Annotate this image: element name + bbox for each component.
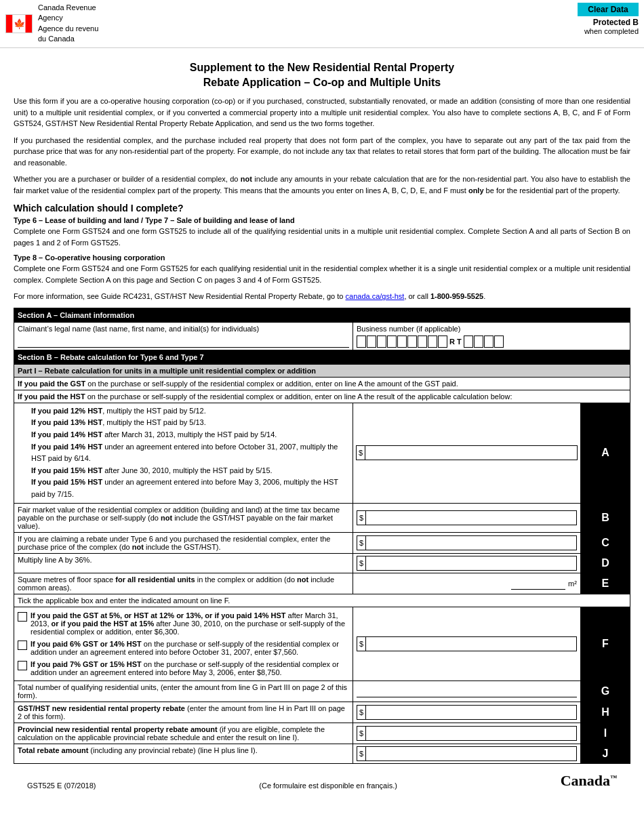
protected-area: Protected B when completed	[584, 18, 639, 35]
part-i-header-row: Part I – Rebate calculation for units in…	[14, 364, 630, 377]
tick-box-instruction-row: Tick the applicable box and enter the in…	[14, 594, 630, 607]
hst-paid-cell: If you paid the HST on the purchase or s…	[14, 390, 630, 403]
protected-sub: when completed	[584, 27, 639, 35]
line-h-letter-cell: H	[580, 702, 630, 723]
hst-item-3: If you paid 14% HST after March 31, 2013…	[31, 429, 349, 441]
bn-box-10[interactable]	[464, 336, 473, 348]
svg-rect-0	[6, 15, 13, 33]
hst-items-row: If you paid 12% HST, multiply the HST pa…	[14, 403, 630, 503]
line-j-label-cell: Total rebate amount (including any provi…	[14, 744, 353, 763]
line-b-input[interactable]	[365, 511, 576, 525]
line-a-input[interactable]	[365, 446, 577, 460]
claimant-name-input[interactable]	[18, 336, 349, 348]
logo-area: 🍁 Canada Revenue Agency Agence du revenu…	[5, 3, 98, 45]
line-g-letter: G	[601, 685, 609, 697]
bn-box-4[interactable]	[387, 336, 397, 348]
line-a-letter: A	[601, 447, 609, 458]
checkbox-1[interactable]	[18, 612, 27, 622]
agency-en-line1: Canada Revenue	[38, 3, 98, 13]
bn-box-6[interactable]	[407, 336, 417, 348]
bn-box-3[interactable]	[377, 336, 386, 348]
line-i-input[interactable]	[365, 727, 576, 740]
agency-fr-line2: du Canada	[38, 34, 98, 44]
line-a-input-wrap: $	[356, 445, 578, 460]
checkbox-3-text: If you paid 7% GST or 15% HST on the pur…	[31, 660, 349, 676]
line-h-dollar: $	[357, 708, 365, 716]
type8-heading: Type 8 – Co-operative housing corporatio…	[14, 253, 630, 262]
clear-data-button[interactable]: Clear Data	[578, 3, 639, 16]
title-line2: Rebate Application – Co-op and Multiple …	[14, 75, 630, 90]
bn-box-7[interactable]	[418, 336, 427, 348]
line-c-input[interactable]	[365, 536, 576, 550]
gst-paid-label: If you paid the GST on the purchase or s…	[18, 380, 626, 388]
checkbox-3[interactable]	[18, 661, 27, 670]
bn-box-13[interactable]	[494, 336, 504, 348]
bn-box-8[interactable]	[428, 336, 437, 348]
form-table: Section A – Claimant information Claiman…	[14, 308, 630, 764]
protected-label: Protected B	[584, 18, 639, 27]
bn-box-11[interactable]	[474, 336, 483, 348]
checkbox-item-3: If you paid 7% GST or 15% HST on the pur…	[18, 660, 349, 676]
line-b-letter-cell: B	[580, 503, 630, 532]
checkbox-2[interactable]	[18, 641, 27, 650]
bn-box-1[interactable]	[357, 336, 366, 348]
gst-hst-link[interactable]: canada.ca/gst-hst	[346, 292, 405, 300]
agency-en-line2: Agency	[38, 13, 98, 23]
section-b-header: Section B – Rebate calculation for Type …	[14, 350, 630, 364]
line-c-input-wrap: $	[357, 535, 577, 550]
line-h-amount-cell: $	[353, 702, 580, 723]
line-g-input[interactable]	[357, 685, 577, 697]
hst-item-4: If you paid 14% HST under an agreement e…	[31, 441, 349, 465]
line-d-amount-cell: $	[353, 553, 580, 573]
line-i-row: Provincial new residential rental proper…	[14, 723, 630, 744]
line-f-input[interactable]	[365, 637, 576, 651]
line-a-amount-cell: $	[353, 403, 580, 503]
type8-text: Complete one Form GST524 and one Form GS…	[14, 263, 630, 285]
line-d-input[interactable]	[365, 556, 576, 570]
canada-wordmark: Canada™	[561, 772, 617, 790]
line-h-input-wrap: $	[357, 705, 577, 720]
line-c-letter: C	[601, 537, 609, 548]
hst-items-cell: If you paid 12% HST, multiply the HST pa…	[14, 403, 353, 503]
body-paragraph-3: Whether you are a purchaser or builder o…	[14, 174, 630, 196]
line-f-letter-cell: F	[580, 607, 630, 680]
bn-box-9[interactable]	[438, 336, 447, 348]
checkbox-items-cell: If you paid the GST at 5%, or HST at 12%…	[14, 607, 353, 680]
type67-text: Complete one Form GST524 and one form GS…	[14, 226, 630, 248]
footer-french: (Ce formulaire est disponible en françai…	[259, 781, 397, 790]
checkbox-item-2: If you paid 6% GST or 14% HST on the pur…	[18, 640, 349, 656]
line-e-label-cell: Square metres of floor space for all res…	[14, 573, 353, 594]
line-h-label: GST/HST new residential rental property …	[18, 704, 345, 720]
bn-box-5[interactable]	[397, 336, 407, 348]
tick-box-instruction: Tick the applicable box and enter the in…	[18, 596, 626, 605]
checkbox-item-1: If you paid the GST at 5%, or HST at 12%…	[18, 611, 349, 636]
top-right-area: Clear Data Protected B when completed	[578, 3, 639, 35]
line-e-letter: E	[602, 577, 609, 589]
bn-box-12[interactable]	[484, 336, 494, 348]
line-b-row: Fair market value of the residential com…	[14, 503, 630, 532]
more-info-text: For more information, see Guide RC4231, …	[14, 291, 630, 302]
line-c-amount-cell: $	[353, 532, 580, 553]
line-h-letter: H	[601, 706, 609, 718]
section-a-header: Section A – Claimant information	[14, 308, 630, 322]
hst-item-1: If you paid 12% HST, multiply the HST pa…	[31, 405, 349, 418]
line-d-label: Multiply line A by 36%.	[18, 556, 92, 564]
line-j-label: Total rebate amount (including any provi…	[18, 746, 258, 754]
line-f-input-wrap: $	[357, 636, 577, 651]
line-e-input[interactable]	[511, 577, 565, 590]
form-title: Supplement to the New Residential Rental…	[14, 60, 630, 91]
hst-paid-label: If you paid the HST on the purchase or s…	[18, 392, 626, 401]
line-j-input[interactable]	[365, 747, 576, 760]
section-b-header-row: Section B – Rebate calculation for Type …	[14, 350, 630, 364]
svg-rect-2	[26, 15, 33, 33]
line-d-row: Multiply line A by 36%. $ D	[14, 553, 630, 573]
line-i-label: Provincial new residential rental proper…	[18, 725, 325, 741]
gst-paid-cell: If you paid the GST on the purchase or s…	[14, 377, 630, 390]
line-f-dollar: $	[357, 640, 365, 648]
line-i-amount-cell: $	[353, 723, 580, 744]
bottom-bar: GST525 E (07/2018) (Ce formulaire est di…	[14, 767, 630, 795]
bn-box-2[interactable]	[367, 336, 376, 348]
line-h-input[interactable]	[365, 706, 576, 719]
line-f-letter: F	[602, 638, 609, 649]
hst-item-5: If you paid 15% HST after June 30, 2010,…	[31, 465, 349, 477]
